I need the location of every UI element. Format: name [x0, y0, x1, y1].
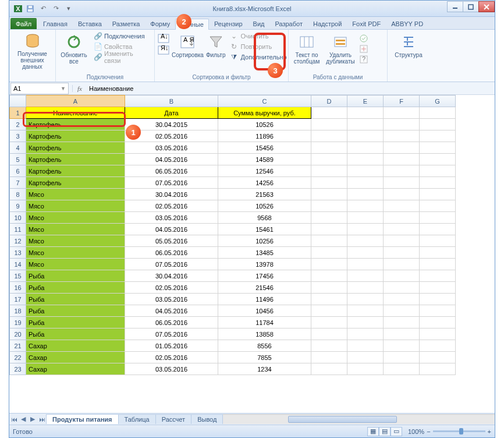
- cell[interactable]: [311, 270, 347, 282]
- horizontal-scrollbar[interactable]: [223, 414, 495, 424]
- cell[interactable]: [420, 247, 456, 259]
- cell[interactable]: [311, 305, 347, 317]
- formula-input[interactable]: [87, 85, 495, 92]
- spreadsheet[interactable]: A B C D E F G 1 Наименование Дата Сумма …: [9, 95, 456, 375]
- cell[interactable]: Рыба: [26, 328, 125, 340]
- cell[interactable]: 1234: [218, 363, 311, 375]
- cell[interactable]: [384, 259, 420, 270]
- cell[interactable]: [347, 212, 384, 224]
- advanced-button[interactable]: ⧩Дополнительно: [227, 52, 289, 62]
- tab-developer[interactable]: Разработ: [269, 18, 307, 29]
- cell[interactable]: Рыба: [26, 282, 125, 294]
- cell[interactable]: [420, 317, 456, 328]
- cell[interactable]: 04.05.2016: [125, 154, 218, 165]
- cell[interactable]: [347, 352, 384, 363]
- row-header[interactable]: 13: [10, 247, 26, 259]
- cell[interactable]: Мясо: [26, 189, 125, 200]
- cell[interactable]: Мясо: [26, 259, 125, 270]
- cell[interactable]: 21563: [218, 189, 311, 200]
- tab-abbyy[interactable]: ABBYY PD: [386, 18, 428, 29]
- cell[interactable]: [347, 130, 384, 142]
- cell[interactable]: 03.05.2016: [125, 142, 218, 154]
- cell[interactable]: [347, 165, 384, 177]
- view-break[interactable]: ▭: [391, 427, 402, 436]
- qat-more[interactable]: ▾: [63, 3, 74, 14]
- cell[interactable]: 17456: [218, 270, 311, 282]
- row-header[interactable]: 23: [10, 363, 26, 375]
- sheet-nav-prev[interactable]: ◀: [19, 415, 28, 424]
- cell[interactable]: [420, 200, 456, 212]
- cell[interactable]: 14256: [218, 177, 311, 189]
- row-header[interactable]: 8: [10, 189, 26, 200]
- cell[interactable]: 11896: [218, 130, 311, 142]
- cell[interactable]: [347, 235, 384, 247]
- zoom-out[interactable]: −: [427, 428, 430, 435]
- cell[interactable]: [384, 363, 420, 375]
- cell[interactable]: Сахар: [26, 363, 125, 375]
- cell[interactable]: Картофель: [26, 177, 125, 189]
- cell[interactable]: 05.05.2016: [125, 235, 218, 247]
- tab-addins[interactable]: Надстрой: [308, 18, 347, 29]
- row-header[interactable]: 11: [10, 224, 26, 235]
- row-header[interactable]: 3: [10, 130, 26, 142]
- row-header[interactable]: 19: [10, 317, 26, 328]
- cell[interactable]: 12546: [218, 165, 311, 177]
- row-header[interactable]: 4: [10, 142, 26, 154]
- remove-duplicates-button[interactable]: Удалить дубликаты: [324, 31, 357, 69]
- cell[interactable]: 8556: [218, 340, 311, 352]
- cell[interactable]: 06.05.2016: [125, 317, 218, 328]
- row-header[interactable]: 17: [10, 294, 26, 305]
- cell[interactable]: 02.05.2016: [125, 200, 218, 212]
- row-header[interactable]: 7: [10, 177, 26, 189]
- cell[interactable]: 07.05.2016: [125, 328, 218, 340]
- row-header[interactable]: 12: [10, 235, 26, 247]
- cell[interactable]: [420, 142, 456, 154]
- redo-button[interactable]: ↷: [51, 3, 61, 14]
- cell[interactable]: [311, 200, 347, 212]
- tab-view[interactable]: Вид: [248, 18, 270, 29]
- cell[interactable]: [384, 235, 420, 247]
- reapply-button[interactable]: ↻Повторить: [227, 41, 289, 52]
- cell[interactable]: [311, 224, 347, 235]
- row-header[interactable]: 5: [10, 154, 26, 165]
- tab-layout[interactable]: Разметка: [107, 18, 145, 29]
- cell[interactable]: [384, 294, 420, 305]
- cell[interactable]: 10526: [218, 119, 311, 130]
- cell[interactable]: [420, 224, 456, 235]
- sort-button[interactable]: А Я Сортировка: [171, 31, 204, 69]
- cell[interactable]: [311, 119, 347, 130]
- sheet-nav-last[interactable]: ⏭: [37, 415, 47, 424]
- cell[interactable]: Сахар: [26, 340, 125, 352]
- row-header[interactable]: 9: [10, 200, 26, 212]
- cell[interactable]: [420, 352, 456, 363]
- cell[interactable]: [347, 340, 384, 352]
- cell[interactable]: Картофель: [26, 130, 125, 142]
- cell[interactable]: [384, 212, 420, 224]
- filter-button[interactable]: Фильтр: [205, 31, 226, 69]
- tab-file[interactable]: Файл: [10, 18, 37, 29]
- refresh-all-button[interactable]: Обновить все: [58, 31, 90, 69]
- cell[interactable]: [347, 282, 384, 294]
- cell[interactable]: [311, 142, 347, 154]
- row-header[interactable]: 20: [10, 328, 26, 340]
- cell[interactable]: [420, 189, 456, 200]
- cell[interactable]: [384, 224, 420, 235]
- cell[interactable]: [311, 294, 347, 305]
- cell[interactable]: [384, 305, 420, 317]
- cell[interactable]: [347, 189, 384, 200]
- row-header[interactable]: 15: [10, 270, 26, 282]
- cell[interactable]: [311, 189, 347, 200]
- cell[interactable]: [347, 224, 384, 235]
- cell[interactable]: 04.05.2016: [125, 224, 218, 235]
- cell[interactable]: [420, 305, 456, 317]
- cell[interactable]: [347, 259, 384, 270]
- cell[interactable]: [420, 270, 456, 282]
- cell[interactable]: Рыба: [26, 270, 125, 282]
- cell[interactable]: Мясо: [26, 212, 125, 224]
- cell[interactable]: Рыба: [26, 317, 125, 328]
- cell[interactable]: [347, 363, 384, 375]
- cell[interactable]: [311, 259, 347, 270]
- cell[interactable]: [311, 165, 347, 177]
- cell[interactable]: [311, 177, 347, 189]
- consolidate-icon[interactable]: [359, 44, 369, 54]
